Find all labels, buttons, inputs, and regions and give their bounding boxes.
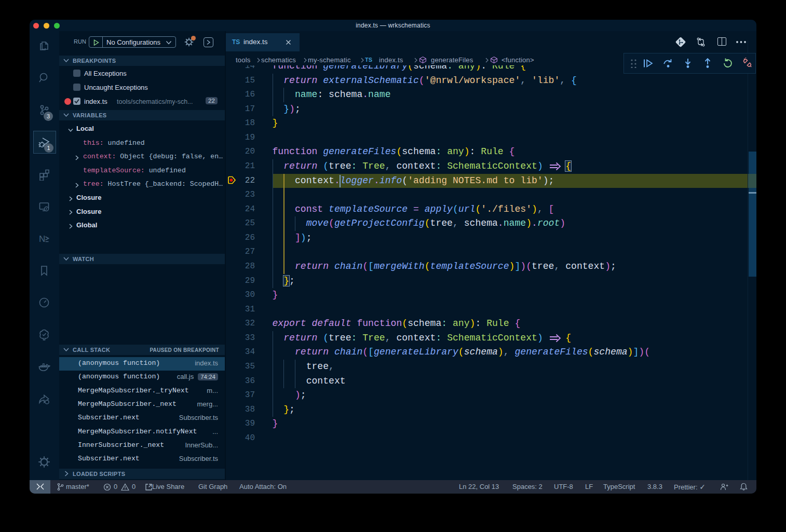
svg-text:N: N: [39, 234, 45, 244]
